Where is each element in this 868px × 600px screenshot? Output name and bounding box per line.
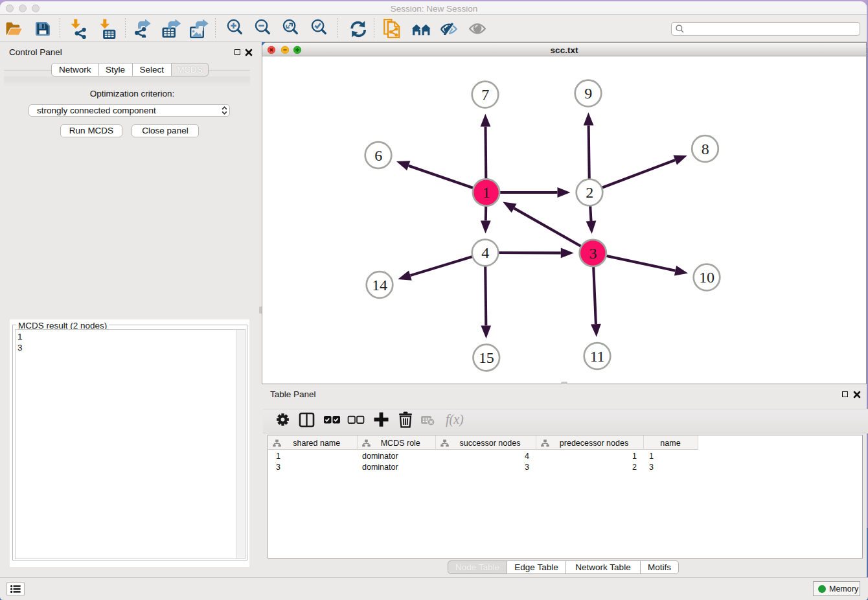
svg-text:15: 15 bbox=[479, 349, 494, 366]
svg-text:4: 4 bbox=[481, 244, 489, 261]
svg-text:1: 1 bbox=[483, 184, 490, 201]
svg-text:14: 14 bbox=[372, 277, 387, 294]
svg-text:6: 6 bbox=[374, 147, 382, 164]
svg-text:3: 3 bbox=[589, 245, 597, 262]
svg-text:9: 9 bbox=[584, 85, 592, 102]
svg-text:2: 2 bbox=[586, 184, 593, 201]
svg-text:11: 11 bbox=[590, 348, 605, 365]
svg-text:10: 10 bbox=[699, 269, 714, 286]
svg-text:7: 7 bbox=[481, 86, 489, 103]
svg-text:8: 8 bbox=[702, 141, 709, 157]
